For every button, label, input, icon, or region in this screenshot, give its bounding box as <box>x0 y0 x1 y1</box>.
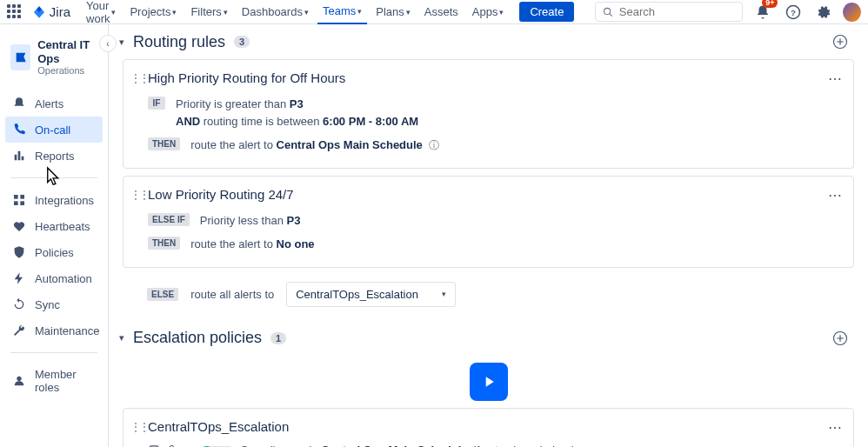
sidebar-automation[interactable]: Automation <box>5 265 103 291</box>
svg-rect-5 <box>20 195 24 199</box>
logo-text: Jira <box>50 4 70 19</box>
bolt-icon <box>12 271 26 285</box>
nav-dashboards[interactable]: Dashboards▾ <box>237 2 314 22</box>
bell-icon <box>12 97 26 110</box>
sidebar-member-roles[interactable]: Member roles <box>5 362 103 400</box>
sidebar-oncall[interactable]: On-call <box>5 117 103 143</box>
person-icon <box>12 374 26 388</box>
heart-icon <box>12 219 26 233</box>
main-content[interactable]: ▾ Routing rules 3 ⋮⋮ ⋯ High Priority Rou… <box>109 24 868 447</box>
routing-card-low: ⋮⋮ ⋯ Low Priority Routing 24/7 ELSE IF P… <box>123 176 854 268</box>
elseif-label: ELSE IF <box>148 213 190 226</box>
grid-icon <box>12 193 26 207</box>
add-routing-rule[interactable] <box>830 31 851 52</box>
help-icon: ? <box>785 4 801 20</box>
routing-card-high: ⋮⋮ ⋯ High Priority Routing for Off Hours… <box>123 59 854 169</box>
if-label: IF <box>148 97 165 110</box>
routing-count: 3 <box>234 36 250 48</box>
nav-projects[interactable]: Projects▾ <box>124 2 182 22</box>
sidebar-collapse-button[interactable]: ‹ <box>99 35 117 52</box>
info-icon[interactable]: ⓘ <box>429 139 439 151</box>
top-navigation: Jira Your work▾ Projects▾ Filters▾ Dashb… <box>0 0 868 24</box>
chevron-down-icon: ▾ <box>442 290 446 298</box>
else-label: ELSE <box>147 288 178 301</box>
play-icon <box>480 373 497 390</box>
routing-else-row: ELSE route all alerts to CentralTOps_Esc… <box>123 275 854 314</box>
nav-teams[interactable]: Teams▾ <box>317 1 367 24</box>
escalation-card: ⋮⋮ ⋯ CentralTOps_Escalation 2 m On call … <box>123 408 854 448</box>
play-button[interactable] <box>470 363 508 401</box>
nav-assets[interactable]: Assets <box>419 2 464 22</box>
search-box[interactable] <box>595 2 743 22</box>
step-time: 2 m <box>169 444 195 447</box>
team-logo <box>10 44 30 70</box>
then-label: THEN <box>148 237 180 250</box>
sidebar-heartbeats[interactable]: Heartbeats <box>5 213 103 239</box>
routing-title: Routing rules <box>133 33 225 51</box>
sidebar-reports[interactable]: Reports <box>5 143 103 169</box>
card-menu[interactable]: ⋯ <box>828 187 843 203</box>
team-name: Central IT Ops <box>37 38 97 65</box>
app-switcher-icon[interactable] <box>7 4 22 20</box>
help-button[interactable]: ? <box>783 2 802 23</box>
svg-text:?: ? <box>791 7 796 17</box>
team-header: Central IT Ops Operations <box>0 38 108 87</box>
else-select[interactable]: CentralTOps_Escalation ▾ <box>286 282 456 307</box>
sidebar-maintenance[interactable]: Maintenance <box>5 317 103 344</box>
plus-icon <box>832 34 848 50</box>
phone-icon <box>12 123 26 137</box>
sidebar-integrations[interactable]: Integrations <box>5 187 103 213</box>
drag-handle-icon[interactable]: ⋮⋮ <box>130 189 148 201</box>
sidebar-sync[interactable]: Sync <box>5 291 103 317</box>
sidebar: ‹ Central IT Ops Operations Alerts On-ca… <box>0 24 109 447</box>
nav-filters[interactable]: Filters▾ <box>185 2 232 22</box>
add-escalation[interactable] <box>830 328 851 349</box>
chart-icon <box>12 149 26 163</box>
sidebar-policies[interactable]: Policies <box>5 239 103 265</box>
sync-icon <box>12 297 26 311</box>
escalation-card-title: CentralTOps_Escalation <box>148 419 839 434</box>
svg-line-1 <box>610 13 612 16</box>
search-input[interactable] <box>619 5 735 18</box>
sidebar-alerts[interactable]: Alerts <box>5 90 103 117</box>
then-label: THEN <box>148 137 180 150</box>
nav-apps[interactable]: Apps▾ <box>467 2 510 22</box>
svg-rect-6 <box>14 202 18 206</box>
calendar-icon <box>148 444 160 447</box>
svg-rect-7 <box>20 202 24 206</box>
shield-icon <box>12 245 26 259</box>
escalation-header: ▾ Escalation policies 1 <box>109 321 868 356</box>
collapse-escalation[interactable]: ▾ <box>119 332 124 344</box>
collapse-routing[interactable]: ▾ <box>119 37 124 48</box>
search-icon <box>603 6 613 18</box>
gear-icon <box>815 4 831 20</box>
escalation-count: 1 <box>270 332 286 344</box>
plus-icon <box>832 330 848 346</box>
team-sub: Operations <box>37 65 97 77</box>
notif-badge: 9+ <box>762 0 778 8</box>
nav-plans[interactable]: Plans▾ <box>371 2 416 22</box>
create-button[interactable]: Create <box>519 2 574 22</box>
profile-avatar[interactable] <box>843 3 861 22</box>
svg-point-8 <box>17 377 21 381</box>
wrench-icon <box>12 324 26 337</box>
jira-logo[interactable]: Jira <box>32 4 70 19</box>
card-title: High Priority Routing for Off Hours <box>148 70 839 85</box>
card-menu[interactable]: ⋯ <box>828 419 843 436</box>
routing-header: ▾ Routing rules 3 <box>109 24 868 59</box>
settings-button[interactable] <box>813 2 832 23</box>
drag-handle-icon[interactable]: ⋮⋮ <box>130 421 148 433</box>
notifications-button[interactable]: 9+ <box>753 2 772 23</box>
card-menu[interactable]: ⋯ <box>828 70 843 87</box>
svg-rect-4 <box>14 195 18 199</box>
escalation-step: 2 m On call users in Central Ops Main Sc… <box>148 441 839 448</box>
else-text: route all alerts to <box>190 288 274 301</box>
svg-point-0 <box>604 8 611 14</box>
drag-handle-icon[interactable]: ⋮⋮ <box>130 72 148 84</box>
card-title: Low Priority Routing 24/7 <box>148 187 839 202</box>
escalation-title: Escalation policies <box>133 329 262 347</box>
